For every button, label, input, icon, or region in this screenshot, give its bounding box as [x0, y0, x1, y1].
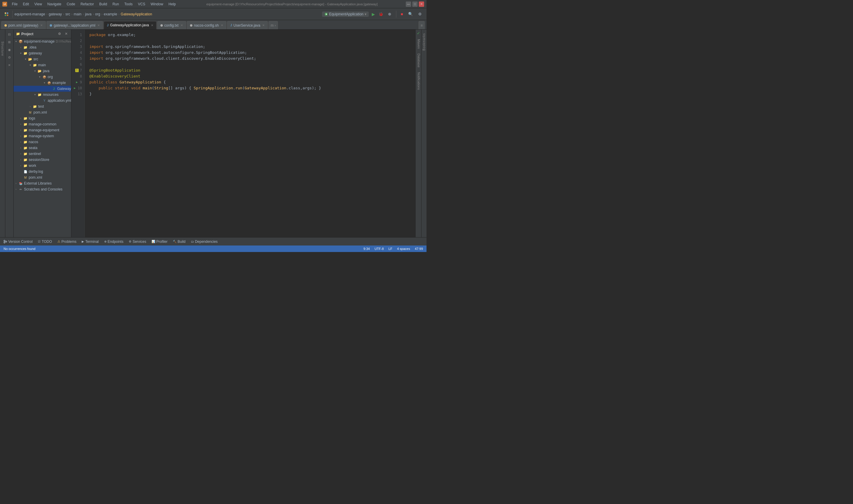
menu-tools[interactable]: Tools	[122, 1, 135, 7]
tree-item-scratches[interactable]: › ✏ Scratches and Consoles	[14, 186, 71, 192]
breadcrumb-src[interactable]: src	[65, 12, 70, 16]
tab-user-service[interactable]: J UserService.java ✕	[227, 21, 268, 29]
expand-icon[interactable]: ›	[18, 157, 23, 162]
expand-icon[interactable]: ▾	[18, 51, 23, 56]
gutter-warning-7[interactable]: !	[75, 69, 79, 72]
tree-item-equipment-manage[interactable]: ▾ 📦 equipment-manage D:\YhcResource\myPr…	[14, 38, 71, 44]
project-panel-settings[interactable]: ⚙	[57, 31, 62, 37]
expand-icon[interactable]: ›	[18, 151, 23, 156]
settings-tree-button[interactable]: ⚙	[6, 54, 13, 61]
tab-close-config[interactable]: ✕	[180, 24, 183, 27]
tree-item-derby-log[interactable]: › 📄 derby.log	[14, 168, 71, 175]
menu-code[interactable]: Code	[64, 1, 77, 7]
tab-close-user-service[interactable]: ✕	[262, 24, 265, 27]
tab-close-gateway-java[interactable]: ✕	[151, 24, 153, 27]
expand-icon[interactable]: ▾	[14, 39, 18, 44]
build-tab[interactable]: 🔨 Build	[171, 238, 188, 245]
minimize-button[interactable]: —	[406, 1, 411, 7]
debug-button[interactable]: 🐞	[378, 11, 384, 17]
tree-item-pom-gateway[interactable]: › M pom.xml	[14, 109, 71, 115]
version-control-tab[interactable]: Version Control	[1, 238, 35, 245]
breadcrumb-main[interactable]: main	[74, 12, 82, 16]
todo-tab[interactable]: ☑ TODO	[36, 238, 54, 245]
stop-button[interactable]: ■	[399, 11, 405, 17]
breadcrumb-gateway[interactable]: gateway	[49, 12, 62, 16]
tree-item-pom-root[interactable]: › M pom.xml	[14, 175, 71, 180]
menu-refactor[interactable]: Refactor	[78, 1, 96, 7]
maximize-button[interactable]: □	[412, 1, 418, 7]
tab-config-txt[interactable]: config.txt ✕	[157, 21, 186, 29]
tab-overflow-menu[interactable]: ≡	[418, 21, 425, 29]
tree-item-manage-common[interactable]: › 📁 manage-common	[14, 121, 71, 127]
tree-item-org[interactable]: ▾ 📦 org	[14, 74, 71, 80]
expand-icon[interactable]: ›	[18, 116, 23, 121]
tab-close-pom[interactable]: ✕	[40, 24, 42, 27]
run-config-dropdown[interactable]: ▾	[365, 12, 366, 16]
expand-icon[interactable]: ›	[28, 104, 33, 109]
breadcrumb-org[interactable]: org	[95, 12, 100, 16]
coverage-button[interactable]: ⊕	[385, 10, 394, 18]
dependencies-tab[interactable]: 🗂 Dependencies	[189, 238, 220, 245]
problems-tab[interactable]: ⚠ Problems	[55, 238, 79, 245]
close-panel-button[interactable]: ✕	[6, 61, 13, 69]
code-editor[interactable]: package org.example; import org.springfr…	[85, 30, 415, 237]
services-tab[interactable]: ⚙ Services	[126, 238, 149, 245]
menu-edit[interactable]: Edit	[20, 1, 31, 7]
menu-window[interactable]: Window	[148, 1, 166, 7]
breadcrumb-class[interactable]: GatewayApplication	[121, 12, 152, 16]
tree-item-nacos[interactable]: › 📁 nacos	[14, 139, 71, 145]
breadcrumb-java[interactable]: java	[85, 12, 91, 16]
tree-item-java[interactable]: ▾ 📂 java	[14, 68, 71, 74]
run-config[interactable]: EquipmentApplication ▾	[322, 12, 369, 17]
profiler-tab[interactable]: 📊 Profiler	[149, 238, 170, 245]
terminal-tab[interactable]: ▶ Terminal	[79, 238, 101, 245]
tree-item-sentinel[interactable]: › 📁 sentinel	[14, 151, 71, 157]
expand-icon[interactable]: ▾	[33, 92, 37, 97]
menu-build[interactable]: Build	[97, 1, 109, 7]
tree-item-application-yml[interactable]: › Y application.yml	[14, 97, 71, 104]
menu-file[interactable]: File	[10, 1, 20, 7]
close-button[interactable]: ✕	[419, 1, 424, 7]
tree-item-session-store[interactable]: › 📁 sessionStore	[14, 157, 71, 163]
tree-item-main[interactable]: ▾ 📁 main	[14, 62, 71, 68]
project-icon[interactable]	[2, 10, 11, 18]
endpoints-tab[interactable]: ⊕ Endpoints	[102, 238, 126, 245]
expand-icon[interactable]: ›	[14, 181, 18, 186]
menu-help[interactable]: Help	[166, 1, 178, 7]
database-panel-button[interactable]: Database	[416, 51, 421, 70]
scope-button[interactable]: ◉	[6, 46, 13, 53]
expand-icon[interactable]: ▾	[42, 80, 47, 85]
editor-content[interactable]: 1 2 3 4 5 6 ! 7 8 ▶ 9 ▶ 10 13	[71, 30, 415, 237]
tree-item-external-libs[interactable]: › 📚 External Libraries	[14, 180, 71, 186]
tree-item-gateway[interactable]: ▾ 📁 gateway	[14, 50, 71, 56]
project-panel-close[interactable]: ✕	[63, 31, 69, 37]
status-line-separator[interactable]: LF	[387, 247, 394, 251]
collapse-all-button[interactable]: ⊟	[6, 31, 13, 38]
expand-icon[interactable]: ›	[18, 134, 23, 139]
tab-nacos-config[interactable]: nacos-config.sh ✕	[187, 21, 226, 29]
status-indent[interactable]: 4 spaces	[396, 247, 411, 251]
expand-icon[interactable]: ›	[18, 122, 23, 127]
tree-item-gateway-application[interactable]: › J GatewayApplication	[14, 86, 71, 92]
tab-application-yaml[interactable]: gateway\...\application.yml ✕	[47, 21, 103, 29]
tree-item-resources[interactable]: ▾ 📁 resources	[14, 92, 71, 97]
tree-item-idea[interactable]: › 📁 .idea	[14, 44, 71, 50]
expand-icon[interactable]: ›	[18, 145, 23, 150]
menu-vcs[interactable]: VCS	[136, 1, 148, 7]
expand-icon[interactable]: ›	[18, 163, 23, 168]
bookmarks-panel[interactable]: Bookmarks	[421, 30, 426, 237]
settings-button[interactable]: ⚙	[416, 10, 424, 18]
expand-icon[interactable]: ▾	[37, 74, 42, 79]
run-gutter-9[interactable]: ▶	[75, 79, 79, 85]
search-everywhere[interactable]: 🔍	[406, 10, 415, 18]
tree-item-logs[interactable]: › 📁 logs	[14, 115, 71, 121]
run-button[interactable]: ▶	[370, 11, 377, 17]
structure-panel[interactable]: Structure	[0, 30, 5, 237]
run-gutter-10[interactable]: ▶	[73, 85, 77, 91]
expand-icon[interactable]: ›	[18, 128, 23, 132]
tree-item-work[interactable]: › 📁 work	[14, 163, 71, 168]
expand-icon[interactable]: ▾	[28, 63, 33, 68]
tab-gateway-application[interactable]: J GatewayApplication.java ✕	[104, 21, 157, 29]
tree-item-example[interactable]: ▾ 📦 example	[14, 80, 71, 86]
expand-icon[interactable]: ▾	[33, 69, 37, 73]
